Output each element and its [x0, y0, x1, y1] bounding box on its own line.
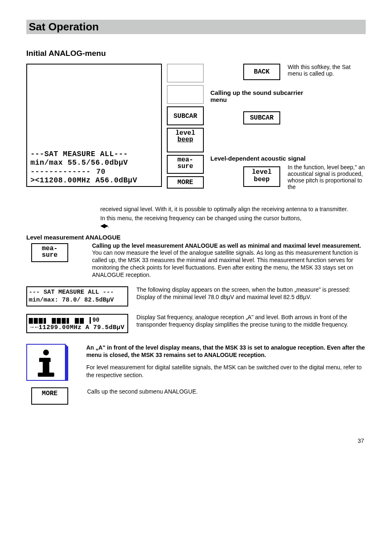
lcd-line-1: ---SAT MEASURE ALL--- [29, 150, 159, 159]
level-body-text: You can now measure the level of the ana… [92, 249, 366, 279]
info-bold-text: An „A" in front of the level display mea… [86, 344, 366, 359]
bar-freq-line: →←11299.00MHz A 79.5dBµV [29, 324, 126, 332]
info-para-text: For level measurement for digital satell… [86, 364, 366, 378]
softkey-beep-label: beep [168, 136, 203, 143]
lcd-minmax-line2: min/max: 78.0/ 82.5dBµV [29, 297, 127, 304]
softkey-level-beep[interactable]: level beep [167, 128, 204, 152]
lcd-minmax-line1: --- SAT MEASURE ALL --- [29, 289, 127, 297]
bar-scale-number: 90 [92, 317, 99, 323]
measure-label-2: sure [168, 163, 203, 170]
measure-float-l2: sure [32, 252, 67, 258]
desc-subcar-line2: menu [210, 96, 366, 103]
beep-label: beep [244, 176, 279, 184]
softkey-subcar[interactable]: SUBCAR [167, 106, 204, 125]
para-received-signal: received signal level. With it, it is po… [100, 206, 366, 213]
desc-subcar-heading: Calling up the sound subcarrier menu [210, 89, 366, 103]
level-measurement-heading: Level measurement ANALOGUE [26, 234, 366, 241]
softkey-back[interactable]: BACK [243, 64, 280, 80]
tune-arrows-icon: →← [29, 324, 39, 331]
page-title-bar: Sat Operation [26, 20, 366, 34]
bar-display-desc: Display Sat frequency, analogue receptio… [136, 314, 366, 329]
more-desc-text: Calls up the second submenu ANALOGUE. [87, 387, 366, 395]
para-cursor-text: In this menu, the receiving frequency ca… [100, 215, 302, 221]
softkey-measure-float[interactable]: mea- sure [31, 243, 68, 262]
lcd-minmax-desc: The following display appears on the scr… [136, 286, 366, 301]
measure-label-1: mea- [168, 157, 203, 163]
desc-level-heading: Level-dependent acoustic signal [210, 155, 366, 162]
softkey-more-2[interactable]: MORE [31, 387, 68, 405]
softkey-more[interactable]: MORE [167, 176, 204, 189]
softkey-measure[interactable]: mea- sure [167, 155, 204, 174]
info-icon [26, 344, 66, 381]
level-label: level [244, 169, 279, 176]
section-heading: Initial ANALOG-menu [26, 49, 366, 58]
bar-freq-text: 11299.00MHz A 79.5dBµV [39, 324, 125, 331]
lcd-line-2: min/max 55.5/56.0dbµV [29, 159, 159, 168]
signal-bar-graph: 90 [29, 316, 126, 324]
softkey-empty-slot [167, 85, 204, 104]
page-number: 37 [26, 438, 366, 444]
lcd-line-4: ><11208.00MHz A56.0dBµV [29, 176, 159, 185]
desc-subcar-line1: Calling up the sound subcarrier [210, 89, 303, 96]
softkey-level-beep-detail[interactable]: level beep [243, 166, 280, 187]
cursor-arrows-icon: ◀▶. [100, 222, 108, 230]
desc-back-text: With this softkey, the Sat menu is calle… [288, 64, 366, 77]
lcd-main-display: ---SAT MEASURE ALL--- min/max 55.5/56.0d… [26, 64, 162, 187]
analog-menu-figure: ---SAT MEASURE ALL--- min/max 55.5/56.0d… [26, 64, 366, 203]
softkey-empty-slot [167, 64, 204, 83]
level-bold-text: Calling up the level measurement ANALOGU… [92, 242, 366, 250]
measure-float-l1: mea- [32, 245, 67, 252]
lcd-line-3: ------------- 70 [29, 168, 159, 177]
para-cursor-buttons: In this menu, the receiving frequency ca… [100, 215, 366, 230]
desc-level-body: In the function, level beep," an acousti… [288, 164, 366, 190]
softkey-subcar-detail[interactable]: SUBCAR [243, 111, 280, 124]
lcd-bar-display: 90 →←11299.00MHz A 79.5dBµV [26, 314, 128, 333]
page-title: Sat Operation [29, 21, 363, 33]
lcd-minmax-display: --- SAT MEASURE ALL --- min/max: 78.0/ 8… [26, 286, 128, 307]
